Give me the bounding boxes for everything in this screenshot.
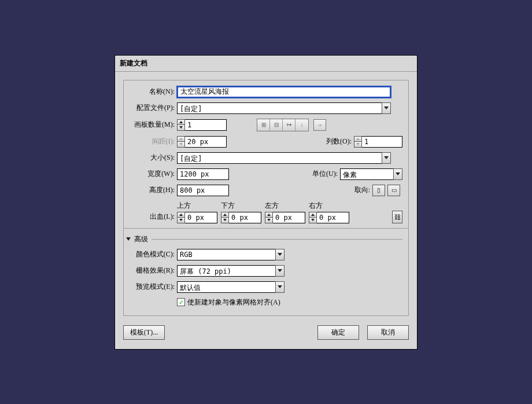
columns-value: [362, 136, 402, 148]
label-spacing: 间距(I):: [130, 137, 177, 146]
chevron-down-icon[interactable]: [382, 152, 391, 164]
ok-button[interactable]: 确定: [317, 325, 359, 340]
raster-value: 屏幕 (72 ppi): [177, 265, 275, 277]
label-name: 名称(N):: [130, 87, 177, 97]
label-size: 大小(S):: [130, 153, 177, 163]
label-artboards: 画板数量(M):: [130, 120, 177, 130]
width-input[interactable]: [177, 168, 229, 180]
bleed-top-spinner[interactable]: [177, 212, 217, 223]
label-raster: 栅格效果(R):: [130, 266, 177, 276]
preview-dropdown[interactable]: 默认值: [177, 281, 285, 293]
label-units: 单位(U):: [305, 169, 340, 179]
templates-button[interactable]: 模板(T)...: [123, 325, 165, 340]
arrange-col-icon[interactable]: ↓: [295, 119, 308, 131]
chevron-down-icon[interactable]: [393, 168, 402, 180]
label-columns: 列数(O):: [319, 137, 354, 146]
label-height: 高度(H):: [130, 185, 177, 195]
arrange-group: ⊞ ⊟ ↦ ↓: [257, 119, 309, 131]
bleed-left-spinner[interactable]: [265, 212, 305, 223]
bleed-top-down[interactable]: [177, 218, 185, 223]
bleed-right[interactable]: [317, 212, 349, 223]
label-profile: 配置文件(P):: [130, 103, 177, 113]
bleed-right-down[interactable]: [309, 218, 317, 223]
label-colormode: 颜色模式(C):: [130, 249, 177, 259]
bleed-right-spinner[interactable]: [309, 212, 349, 223]
bleed-left-down[interactable]: [265, 218, 273, 223]
orientation-landscape-icon[interactable]: ▭: [387, 185, 400, 196]
align-grid-checkbox[interactable]: ✓: [177, 298, 185, 306]
label-orientation: 取向:: [348, 185, 372, 195]
columns-spinner: [354, 136, 402, 148]
separator: [124, 228, 408, 229]
advanced-toggle[interactable]: 高级: [126, 234, 402, 244]
label-top: 上方: [177, 201, 217, 211]
name-input[interactable]: [177, 86, 391, 98]
bleed-left[interactable]: [273, 212, 305, 223]
units-value: 像素: [340, 168, 393, 180]
columns-up: [354, 136, 362, 142]
size-dropdown[interactable]: [自定]: [177, 152, 391, 164]
bleed-top-up[interactable]: [177, 212, 185, 218]
colormode-dropdown[interactable]: RGB: [177, 249, 285, 260]
arrange-grid-col-icon[interactable]: ⊟: [270, 119, 283, 131]
label-width: 宽度(W):: [130, 169, 177, 179]
bleed-bottom-down[interactable]: [221, 218, 229, 223]
cancel-button[interactable]: 取消: [367, 325, 409, 340]
chevron-down-icon[interactable]: [275, 281, 285, 293]
spacing-value: [185, 136, 227, 148]
link-bleed-icon[interactable]: ⛓: [392, 211, 402, 223]
profile-dropdown[interactable]: [自定]: [177, 102, 391, 114]
size-value: [自定]: [177, 152, 382, 164]
arrange-row-icon[interactable]: ↦: [283, 119, 295, 131]
chevron-down-icon[interactable]: [275, 265, 285, 277]
bleed-bottom-spinner[interactable]: [221, 212, 261, 223]
artboards-spinner[interactable]: [177, 119, 227, 131]
label-bleed: 出血(L):: [130, 212, 177, 222]
spacing-down: [177, 142, 185, 148]
label-bottom: 下方: [221, 201, 261, 211]
bleed-top[interactable]: [185, 212, 217, 223]
units-dropdown[interactable]: 像素: [340, 168, 402, 180]
bleed-bottom-up[interactable]: [221, 212, 229, 218]
align-grid-label: 使新建对象与像素网格对齐(A): [187, 298, 280, 307]
new-document-dialog: 新建文档 名称(N): 配置文件(P): [自定] 画板数量(M):: [114, 55, 418, 350]
bleed-bottom[interactable]: [229, 212, 261, 223]
spacing-spinner: [177, 136, 227, 148]
bleed-right-up[interactable]: [309, 212, 317, 218]
label-left: 左方: [265, 201, 305, 211]
dialog-title: 新建文档: [115, 56, 417, 72]
raster-dropdown[interactable]: 屏幕 (72 ppi): [177, 265, 285, 277]
preview-value: 默认值: [177, 281, 275, 293]
orientation-portrait-icon[interactable]: ▯: [372, 185, 385, 196]
profile-value: [自定]: [177, 102, 382, 114]
columns-down: [354, 142, 362, 148]
label-preview: 预览模式(E):: [130, 282, 177, 292]
main-fieldset: 名称(N): 配置文件(P): [自定] 画板数量(M):: [123, 80, 409, 316]
artboards-down[interactable]: [177, 125, 185, 131]
arrange-rtl-icon[interactable]: →: [313, 119, 326, 131]
bleed-left-up[interactable]: [265, 212, 273, 218]
arrange-grid-row-icon[interactable]: ⊞: [257, 119, 270, 131]
colormode-value: RGB: [177, 249, 275, 260]
chevron-down-icon[interactable]: [382, 102, 391, 114]
artboards-up[interactable]: [177, 119, 185, 126]
spacing-up: [177, 136, 185, 142]
label-right: 右方: [309, 201, 349, 211]
height-input[interactable]: [177, 185, 229, 196]
chevron-down-icon[interactable]: [275, 249, 285, 260]
artboards-value[interactable]: [185, 119, 227, 131]
advanced-label: 高级: [134, 234, 148, 244]
